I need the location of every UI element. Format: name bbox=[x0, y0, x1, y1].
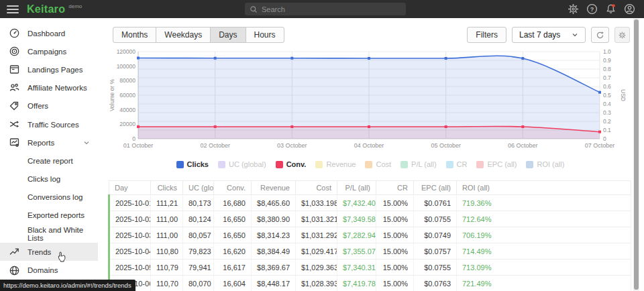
column-header-cost[interactable]: Cost bbox=[296, 181, 337, 195]
legend-item-cr[interactable]: CR bbox=[446, 160, 468, 168]
legend-swatch bbox=[526, 161, 533, 168]
sidebar-item-dashboard[interactable]: Dashboard bbox=[0, 24, 98, 42]
column-header-revenue[interactable]: Revenue bbox=[252, 181, 296, 195]
cell-clicks: 110,80 bbox=[151, 243, 183, 259]
trends-chart[interactable]: 02000040000600008000010000012000000.10.2… bbox=[107, 45, 633, 158]
sidebar-item-exported-reports[interactable]: Exported reports bbox=[0, 207, 98, 225]
legend-item-p-l-all-[interactable]: P/L (all) bbox=[400, 160, 437, 168]
user-avatar-icon[interactable] bbox=[624, 3, 635, 15]
url-status-tooltip: https://demo.keitaro.io/admin/#!/trends/… bbox=[0, 280, 136, 291]
tab-weekdays[interactable]: Weekdays bbox=[156, 27, 211, 43]
sidebar-item-label: Exported reports bbox=[28, 211, 85, 219]
column-header-roi-all-[interactable]: ROI (all) bbox=[457, 181, 631, 195]
settings-gear-icon[interactable] bbox=[568, 3, 579, 15]
svg-text:40000: 40000 bbox=[119, 107, 136, 113]
legend-item-epc-all-[interactable]: EPC (all) bbox=[476, 160, 517, 168]
cell-revenue: $8,369.67 bbox=[252, 259, 296, 276]
sidebar-item-label: Landings Pages bbox=[28, 66, 83, 74]
cell-clicks: 111,21 bbox=[151, 195, 183, 211]
sidebar-item-reports[interactable]: Reports bbox=[0, 133, 98, 152]
cell-uc-global-: 80,124 bbox=[183, 211, 214, 227]
search-box[interactable] bbox=[245, 3, 406, 15]
menu-icon[interactable] bbox=[7, 5, 19, 13]
svg-text:02 October: 02 October bbox=[200, 142, 230, 149]
notifications-bell-icon[interactable] bbox=[605, 3, 616, 15]
sidebar-item-traffic-sources[interactable]: Traffic Sources bbox=[0, 115, 98, 133]
cell-clicks: 110,70 bbox=[151, 276, 183, 291]
sidebar-item-trends[interactable]: Trends bbox=[0, 243, 98, 261]
app-logo[interactable]: Keitaro bbox=[27, 3, 65, 15]
sidebar-item-label: Clicks log bbox=[28, 175, 60, 183]
table-row[interactable]: 2025-10-04110,8079,82316,620$8,384.49$1,… bbox=[109, 243, 631, 259]
sidebar-item-landings-pages[interactable]: Landings Pages bbox=[0, 60, 98, 78]
sidebar-item-clicks-log[interactable]: Clicks log bbox=[0, 170, 98, 188]
cell-day: 2025-10-02 bbox=[109, 211, 151, 227]
cell-clicks: 111,00 bbox=[151, 227, 183, 243]
cell-clicks: 110,79 bbox=[151, 259, 183, 276]
reports-icon bbox=[9, 137, 20, 148]
column-header-day[interactable]: Day bbox=[109, 181, 151, 195]
legend-item-roi-all-[interactable]: ROI (all) bbox=[526, 160, 564, 168]
cell-conv-: 16,650 bbox=[214, 211, 252, 227]
sidebar-item-black-and-white-lists[interactable]: Black and White Lists bbox=[0, 225, 98, 243]
cell-cr: 15.00% bbox=[376, 243, 414, 259]
date-range-select[interactable]: Last 7 days bbox=[512, 27, 586, 43]
filters-button[interactable]: Filters bbox=[467, 27, 506, 43]
chart-legend: ClicksUC (global)Conv.RevenueCostP/L (al… bbox=[107, 160, 633, 168]
cell-p-l-all-: $7,432.40 bbox=[337, 195, 376, 211]
legend-item-clicks[interactable]: Clicks bbox=[176, 160, 209, 168]
search-input[interactable] bbox=[262, 5, 401, 13]
chevron-down-icon bbox=[83, 139, 90, 146]
chart-settings-button[interactable] bbox=[614, 27, 630, 43]
legend-item-cost[interactable]: Cost bbox=[365, 160, 391, 168]
legend-item-conv-[interactable]: Conv. bbox=[276, 160, 307, 168]
sidebar-item-label: Black and White Lists bbox=[28, 226, 98, 242]
column-header-conv-[interactable]: Conv. bbox=[214, 181, 252, 195]
notification-dot bbox=[612, 4, 615, 7]
page-scrollbar[interactable] bbox=[633, 18, 639, 291]
legend-item-uc-global-[interactable]: UC (global) bbox=[218, 160, 266, 168]
legend-item-revenue[interactable]: Revenue bbox=[315, 160, 356, 168]
svg-text:05 October: 05 October bbox=[431, 142, 461, 149]
cell-cost: $1,029.3633 bbox=[296, 259, 337, 276]
tab-hours[interactable]: Hours bbox=[246, 27, 284, 43]
help-icon[interactable]: ? bbox=[586, 3, 598, 15]
sidebar-item-campaigns[interactable]: Campaigns bbox=[0, 42, 98, 60]
affiliate-networks-icon bbox=[9, 82, 20, 94]
cell-conv-: 16,650 bbox=[214, 227, 252, 243]
sidebar-item-create-report[interactable]: Create report bbox=[0, 152, 98, 170]
cell-conv-: 16,604 bbox=[214, 276, 252, 291]
table-row[interactable]: 2025-10-06110,7080,07016,604$8,448.17$1,… bbox=[109, 276, 631, 291]
dashboard-icon bbox=[9, 27, 20, 39]
column-header-clicks[interactable]: Clicks bbox=[151, 181, 183, 195]
sidebar-item-label: Conversions log bbox=[28, 193, 83, 201]
svg-text:06 October: 06 October bbox=[508, 142, 538, 149]
cell-revenue: $8,384.49 bbox=[252, 243, 296, 259]
table-row[interactable]: 2025-10-03111,0080,05716,650$8,314.23$1,… bbox=[109, 227, 631, 243]
column-header-p-l-all-[interactable]: P/L (all) bbox=[337, 181, 376, 195]
cell-epc-all-: $0.0761 bbox=[414, 195, 457, 211]
cell-day: 2025-10-01 bbox=[109, 195, 151, 211]
table-row[interactable]: 2025-10-05110,7979,94116,617$8,369.67$1,… bbox=[109, 259, 631, 276]
sidebar-item-conversions-log[interactable]: Conversions log bbox=[0, 188, 98, 207]
table-row[interactable]: 2025-10-02111,0080,12416,650$8,380.90$1,… bbox=[109, 211, 631, 227]
svg-text:07 October: 07 October bbox=[585, 142, 615, 149]
sidebar-item-affiliate-networks[interactable]: Affiliate Networks bbox=[0, 79, 98, 97]
tab-months[interactable]: Months bbox=[113, 27, 156, 43]
legend-swatch bbox=[218, 161, 225, 168]
svg-text:Volume or %: Volume or % bbox=[109, 78, 115, 111]
domains-icon bbox=[9, 265, 20, 276]
table-row[interactable]: 2025-10-01111,2180,17316,680$8,465.60$1,… bbox=[109, 195, 631, 211]
sidebar-item-offers[interactable]: Offers bbox=[0, 97, 98, 115]
campaigns-icon bbox=[9, 46, 20, 57]
refresh-button[interactable] bbox=[591, 27, 609, 43]
column-header-cr[interactable]: CR bbox=[376, 181, 414, 195]
column-header-epc-all-[interactable]: EPC (all) bbox=[414, 181, 457, 195]
scrollbar-thumb[interactable] bbox=[634, 19, 639, 290]
sidebar-item-domains[interactable]: Domains bbox=[0, 261, 98, 279]
column-header-uc-global-[interactable]: UC (global) bbox=[183, 181, 214, 195]
cell-cost: $1,031.3216 bbox=[296, 211, 337, 227]
legend-swatch bbox=[176, 161, 184, 168]
period-tabs: MonthsWeekdaysDaysHours bbox=[113, 27, 284, 43]
tab-days[interactable]: Days bbox=[210, 27, 246, 43]
